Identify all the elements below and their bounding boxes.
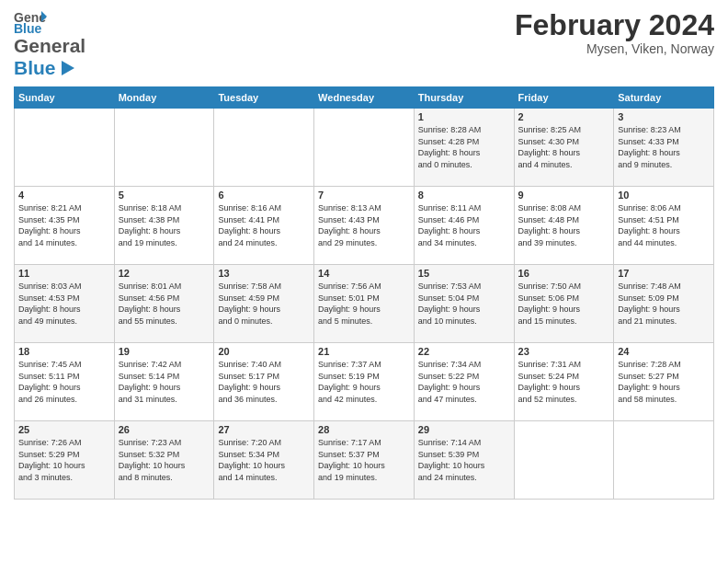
- day-number: 1: [418, 111, 510, 122]
- day-number: 24: [618, 346, 710, 357]
- day-info: Sunrise: 8:03 AM Sunset: 4:53 PM Dayligh…: [18, 281, 110, 327]
- day-number: 9: [518, 190, 610, 201]
- table-cell: 18Sunrise: 7:45 AM Sunset: 5:11 PM Dayli…: [15, 343, 115, 421]
- table-cell: 27Sunrise: 7:20 AM Sunset: 5:34 PM Dayli…: [214, 421, 314, 500]
- day-info: Sunrise: 8:16 AM Sunset: 4:41 PM Dayligh…: [218, 202, 310, 248]
- day-number: 8: [418, 190, 510, 201]
- day-number: 23: [518, 346, 610, 357]
- day-number: 25: [18, 424, 110, 435]
- table-cell: 4Sunrise: 8:21 AM Sunset: 4:35 PM Daylig…: [15, 187, 115, 265]
- day-info: Sunrise: 7:56 AM Sunset: 5:01 PM Dayligh…: [318, 281, 410, 327]
- col-thursday: Thursday: [414, 87, 514, 109]
- table-cell: 13Sunrise: 7:58 AM Sunset: 4:59 PM Dayli…: [214, 265, 314, 343]
- day-info: Sunrise: 7:31 AM Sunset: 5:24 PM Dayligh…: [518, 359, 610, 405]
- day-number: 29: [418, 424, 510, 435]
- table-cell: 20Sunrise: 7:40 AM Sunset: 5:17 PM Dayli…: [214, 343, 314, 421]
- logo-general-text: General: [14, 35, 85, 56]
- svg-marker-3: [62, 61, 74, 75]
- day-number: 27: [218, 424, 310, 435]
- table-cell: 14Sunrise: 7:56 AM Sunset: 5:01 PM Dayli…: [314, 265, 415, 343]
- day-number: 20: [218, 346, 310, 357]
- table-cell: 10Sunrise: 8:06 AM Sunset: 4:51 PM Dayli…: [614, 187, 714, 265]
- day-info: Sunrise: 8:23 AM Sunset: 4:33 PM Dayligh…: [618, 124, 710, 170]
- table-cell: 29Sunrise: 7:14 AM Sunset: 5:39 PM Dayli…: [414, 421, 514, 500]
- table-cell: 1Sunrise: 8:28 AM Sunset: 4:28 PM Daylig…: [414, 109, 514, 187]
- day-number: 16: [518, 268, 610, 279]
- day-info: Sunrise: 8:18 AM Sunset: 4:38 PM Dayligh…: [119, 202, 210, 248]
- day-info: Sunrise: 7:37 AM Sunset: 5:19 PM Dayligh…: [318, 359, 410, 405]
- day-number: 22: [418, 346, 510, 357]
- col-saturday: Saturday: [614, 87, 714, 109]
- day-info: Sunrise: 8:25 AM Sunset: 4:30 PM Dayligh…: [518, 124, 610, 170]
- table-cell: 2Sunrise: 8:25 AM Sunset: 4:30 PM Daylig…: [514, 109, 614, 187]
- day-info: Sunrise: 7:23 AM Sunset: 5:32 PM Dayligh…: [119, 437, 210, 483]
- table-cell: 7Sunrise: 8:13 AM Sunset: 4:43 PM Daylig…: [314, 187, 415, 265]
- day-number: 14: [318, 268, 410, 279]
- table-cell: 19Sunrise: 7:42 AM Sunset: 5:14 PM Dayli…: [114, 343, 214, 421]
- table-cell: 22Sunrise: 7:34 AM Sunset: 5:22 PM Dayli…: [414, 343, 514, 421]
- day-number: 19: [119, 346, 210, 357]
- day-number: 17: [618, 268, 710, 279]
- day-number: 26: [119, 424, 210, 435]
- table-cell: 5Sunrise: 8:18 AM Sunset: 4:38 PM Daylig…: [114, 187, 214, 265]
- day-info: Sunrise: 7:42 AM Sunset: 5:14 PM Dayligh…: [119, 359, 210, 405]
- calendar-table: Sunday Monday Tuesday Wednesday Thursday…: [14, 86, 714, 500]
- day-info: Sunrise: 8:11 AM Sunset: 4:46 PM Dayligh…: [418, 202, 510, 248]
- day-number: 15: [418, 268, 510, 279]
- svg-text:Blue: Blue: [14, 21, 42, 35]
- day-number: 28: [318, 424, 410, 435]
- table-cell: 9Sunrise: 8:08 AM Sunset: 4:48 PM Daylig…: [514, 187, 614, 265]
- table-cell: [214, 109, 314, 187]
- table-cell: 12Sunrise: 8:01 AM Sunset: 4:56 PM Dayli…: [114, 265, 214, 343]
- table-cell: [15, 109, 115, 187]
- table-cell: 17Sunrise: 7:48 AM Sunset: 5:09 PM Dayli…: [614, 265, 714, 343]
- col-tuesday: Tuesday: [214, 87, 314, 109]
- table-cell: [614, 421, 714, 500]
- day-info: Sunrise: 7:14 AM Sunset: 5:39 PM Dayligh…: [418, 437, 510, 483]
- day-info: Sunrise: 7:28 AM Sunset: 5:27 PM Dayligh…: [618, 359, 710, 405]
- day-info: Sunrise: 8:06 AM Sunset: 4:51 PM Dayligh…: [618, 202, 710, 248]
- day-info: Sunrise: 7:17 AM Sunset: 5:37 PM Dayligh…: [318, 437, 410, 483]
- day-info: Sunrise: 8:01 AM Sunset: 4:56 PM Dayligh…: [119, 281, 210, 327]
- table-cell: 8Sunrise: 8:11 AM Sunset: 4:46 PM Daylig…: [414, 187, 514, 265]
- col-sunday: Sunday: [15, 87, 115, 109]
- day-number: 2: [518, 111, 610, 122]
- day-info: Sunrise: 8:21 AM Sunset: 4:35 PM Dayligh…: [18, 202, 110, 248]
- col-friday: Friday: [514, 87, 614, 109]
- logo-blue-text: Blue: [14, 57, 56, 79]
- page-header: General Blue General Blue February 2024 …: [14, 9, 714, 79]
- day-info: Sunrise: 8:28 AM Sunset: 4:28 PM Dayligh…: [418, 124, 510, 170]
- table-cell: 21Sunrise: 7:37 AM Sunset: 5:19 PM Dayli…: [314, 343, 415, 421]
- title-section: February 2024 Mysen, Viken, Norway: [515, 9, 714, 56]
- location: Mysen, Viken, Norway: [515, 41, 714, 56]
- table-cell: 23Sunrise: 7:31 AM Sunset: 5:24 PM Dayli…: [514, 343, 614, 421]
- day-number: 6: [218, 190, 310, 201]
- day-number: 13: [218, 268, 310, 279]
- day-info: Sunrise: 8:08 AM Sunset: 4:48 PM Dayligh…: [518, 202, 610, 248]
- day-info: Sunrise: 7:53 AM Sunset: 5:04 PM Dayligh…: [418, 281, 510, 327]
- col-wednesday: Wednesday: [314, 87, 415, 109]
- logo-icon: General Blue: [14, 9, 47, 35]
- day-info: Sunrise: 8:13 AM Sunset: 4:43 PM Dayligh…: [318, 202, 410, 248]
- table-cell: [114, 109, 214, 187]
- logo: General Blue General Blue: [14, 9, 85, 79]
- table-cell: 15Sunrise: 7:53 AM Sunset: 5:04 PM Dayli…: [414, 265, 514, 343]
- day-info: Sunrise: 7:34 AM Sunset: 5:22 PM Dayligh…: [418, 359, 510, 405]
- day-info: Sunrise: 7:58 AM Sunset: 4:59 PM Dayligh…: [218, 281, 310, 327]
- day-info: Sunrise: 7:50 AM Sunset: 5:06 PM Dayligh…: [518, 281, 610, 327]
- table-cell: [314, 109, 415, 187]
- calendar-header: Sunday Monday Tuesday Wednesday Thursday…: [15, 87, 714, 109]
- table-cell: 16Sunrise: 7:50 AM Sunset: 5:06 PM Dayli…: [514, 265, 614, 343]
- day-number: 21: [318, 346, 410, 357]
- table-cell: 28Sunrise: 7:17 AM Sunset: 5:37 PM Dayli…: [314, 421, 415, 500]
- calendar-body: 1Sunrise: 8:28 AM Sunset: 4:28 PM Daylig…: [15, 109, 714, 500]
- day-number: 4: [18, 190, 110, 201]
- day-info: Sunrise: 7:45 AM Sunset: 5:11 PM Dayligh…: [18, 359, 110, 405]
- table-cell: 3Sunrise: 8:23 AM Sunset: 4:33 PM Daylig…: [614, 109, 714, 187]
- table-cell: 24Sunrise: 7:28 AM Sunset: 5:27 PM Dayli…: [614, 343, 714, 421]
- day-info: Sunrise: 7:48 AM Sunset: 5:09 PM Dayligh…: [618, 281, 710, 327]
- table-cell: 26Sunrise: 7:23 AM Sunset: 5:32 PM Dayli…: [114, 421, 214, 500]
- col-monday: Monday: [114, 87, 214, 109]
- day-number: 18: [18, 346, 110, 357]
- month-title: February 2024: [515, 9, 714, 41]
